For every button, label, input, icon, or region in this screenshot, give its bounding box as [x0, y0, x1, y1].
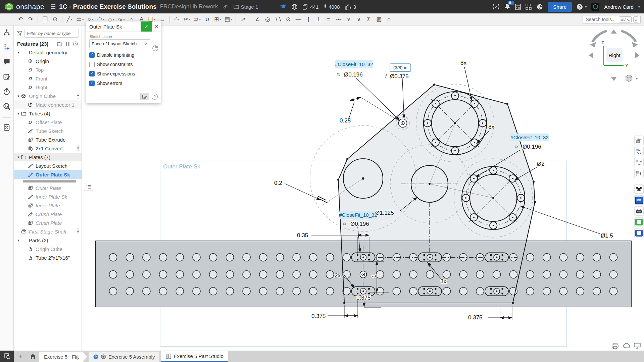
concentric-constraint-icon[interactable]: ◎: [263, 15, 272, 23]
cloud-icon[interactable]: [623, 343, 630, 348]
checkbox[interactable]: [89, 52, 95, 58]
pattern-icon[interactable]: ⊞▾: [213, 15, 222, 23]
feature-row-offset-plate[interactable]: Offset Plate: [14, 118, 82, 126]
dialog-title[interactable]: Outer Plate Sk: [86, 21, 141, 32]
avatar[interactable]: [591, 3, 599, 11]
feature-row-origin[interactable]: Origin: [14, 57, 82, 65]
likes-stat[interactable]: 3: [345, 4, 356, 10]
document-title[interactable]: 1C - Practice Exercise Solutions: [59, 3, 156, 10]
feature-row-mate-connector-1[interactable]: Mate connector 1: [14, 100, 82, 109]
rectangle-tool-icon[interactable]: ▭▾: [75, 15, 85, 23]
comment-icon[interactable]: [3, 58, 10, 67]
feature-row-outer-plate[interactable]: Outer Plate: [14, 184, 82, 192]
symmetric-constraint-icon[interactable]: ⋎: [344, 15, 353, 23]
option-disable-imprinting[interactable]: Disable imprinting: [89, 51, 158, 59]
feature-row-inner-plate-sk[interactable]: Inner Plate Sk: [14, 192, 82, 201]
material-appearance-icon[interactable]: [634, 136, 644, 145]
feature-menu-dots-icon[interactable]: [77, 145, 79, 152]
public-doc[interactable]: [292, 4, 297, 10]
feature-row-right[interactable]: Right: [14, 83, 82, 92]
custom-function-icon[interactable]: x: [634, 169, 644, 178]
tab-exercise-5-assembly[interactable]: Exercise 5 Assembly: [89, 352, 159, 362]
feature-row-origin-cube[interactable]: ▾Origin Cube: [14, 92, 82, 100]
tree-caret-icon[interactable]: ▾: [16, 94, 21, 98]
learning-center-icon[interactable]: [537, 4, 543, 10]
tab-exercise-5-flip[interactable]: Exercise 5 - Flip: [39, 352, 87, 362]
printer-icon[interactable]: [612, 343, 618, 349]
app-store-icon[interactable]: [526, 4, 532, 10]
feature-row-outer-plate-sk[interactable]: Outer Plate Sk: [14, 170, 82, 179]
edu-badge[interactable]: [280, 4, 286, 9]
rollback-bar[interactable]: [14, 179, 82, 184]
insert-icon[interactable]: [3, 44, 10, 52]
feature-row-front[interactable]: Front: [14, 74, 82, 83]
tasks-icon[interactable]: [515, 4, 521, 10]
checkbox[interactable]: [89, 81, 95, 86]
redo-icon[interactable]: ↷: [26, 15, 35, 23]
perpendicular-constraint-icon[interactable]: ⊥: [314, 15, 323, 23]
configuration-cube-icon[interactable]: [634, 147, 644, 156]
sketch-grid-button[interactable]: [140, 93, 149, 100]
parallel-constraint-icon[interactable]: ∖∖: [273, 15, 283, 23]
green-library-icon[interactable]: [634, 217, 644, 227]
feature-row-tube-2-x1-x16-[interactable]: Tube 2"x1"x16": [14, 253, 82, 262]
search-tools-input[interactable]: [585, 16, 617, 22]
vertical-constraint-icon[interactable]: |: [304, 15, 313, 23]
feature-row-layout-sketch[interactable]: Layout Sketch: [14, 161, 82, 170]
equal-constraint-icon[interactable]: =: [324, 15, 333, 23]
tree-caret-icon[interactable]: ▾: [16, 111, 21, 116]
feature-row-plates-7-[interactable]: ▾Plates (7): [14, 153, 82, 161]
checkbox[interactable]: [89, 71, 95, 76]
tab-exercise-5-part-studio[interactable]: Exercise 5 Part Studio: [161, 351, 228, 362]
fix-constraint-icon[interactable]: ▨: [374, 15, 384, 23]
model-search-icon[interactable]: [3, 103, 10, 111]
checkbox[interactable]: [89, 62, 95, 67]
mk-extension-icon[interactable]: MK: [634, 195, 644, 205]
sketch-tools-flyout-button[interactable]: [84, 183, 93, 191]
rollback-history-icon[interactable]: [73, 41, 78, 47]
user-name[interactable]: Andrew Card: [604, 4, 634, 10]
extrude-icon[interactable]: ❐: [40, 15, 50, 23]
fillet-icon[interactable]: ◜▾: [172, 15, 182, 23]
feature-row-crush-plate[interactable]: Crush Plate: [14, 210, 82, 218]
offset-icon[interactable]: ⊃▾: [192, 15, 202, 23]
new-folder-icon[interactable]: [57, 42, 63, 46]
horizontal-constraint-icon[interactable]: —: [294, 15, 303, 23]
dialog-help-icon[interactable]: ?: [152, 94, 158, 100]
feature-row-tubes-4-[interactable]: ▾Tubes (4): [14, 109, 82, 118]
confirm-button[interactable]: ✓: [141, 21, 152, 32]
option-show-errors[interactable]: Show errors: [89, 79, 158, 88]
copies-stat[interactable]: 441: [303, 4, 318, 10]
mirror-icon[interactable]: ∪: [203, 15, 212, 23]
filter-icon[interactable]: [17, 31, 22, 36]
view-cube[interactable]: Z Y Right: [589, 30, 639, 82]
blue-library-icon[interactable]: [634, 228, 644, 238]
sketch-plane-field[interactable]: Face of Layout Sketch ✕: [89, 39, 150, 48]
feature-menu-dots-icon[interactable]: [77, 92, 79, 100]
monitor-icon[interactable]: [634, 343, 641, 349]
tree-caret-icon[interactable]: ▾: [16, 238, 21, 243]
display-states-icon[interactable]: [634, 158, 644, 167]
main-menu-icon[interactable]: ☰: [50, 3, 56, 10]
final-state-toggle-icon[interactable]: [152, 45, 158, 51]
import-dxf-dwg-icon[interactable]: ▤▾: [223, 15, 234, 23]
curvature-constraint-icon[interactable]: ∩: [384, 15, 394, 23]
undo-icon[interactable]: ↶: [16, 15, 25, 23]
midpoint-constraint-icon[interactable]: -•-: [334, 15, 343, 23]
tree-caret-icon[interactable]: ▾: [16, 50, 21, 55]
feature-row-parts-2-[interactable]: ▾Parts (2): [14, 236, 82, 245]
edit-notes-icon[interactable]: [3, 73, 10, 82]
search-tabs-button[interactable]: [0, 351, 14, 362]
share-button[interactable]: Share: [548, 2, 572, 12]
onshape-logo[interactable]: onshape: [5, 2, 44, 11]
tangent-constraint-icon[interactable]: ⊘: [284, 15, 293, 23]
pause-rebuild-icon[interactable]: [66, 42, 69, 46]
option-show-constraints[interactable]: Show constraints: [89, 60, 158, 69]
feature-row-2x1-convert[interactable]: 2x1 Convert: [14, 144, 82, 153]
clear-selection-icon[interactable]: ✕: [144, 41, 148, 46]
feature-row-default-geometry[interactable]: ▾Default geometry: [14, 48, 82, 57]
history-icon[interactable]: [3, 88, 10, 97]
option-show-expressions[interactable]: Show expressions: [89, 69, 158, 78]
robot-extension-icon[interactable]: [634, 206, 644, 216]
feature-row-inner-plate[interactable]: Inner Plate: [14, 201, 82, 210]
